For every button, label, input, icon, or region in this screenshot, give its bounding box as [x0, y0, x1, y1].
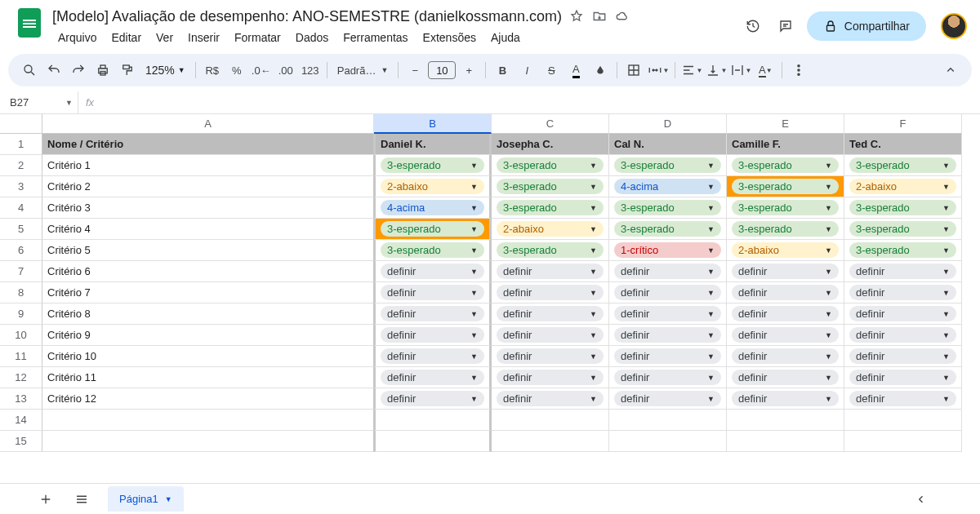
data-cell[interactable]: definir▼ — [609, 304, 727, 325]
row-header-14[interactable]: 14 — [0, 410, 42, 431]
data-cell[interactable]: definir▼ — [844, 346, 962, 367]
rating-chip[interactable]: 3-esperado▼ — [381, 242, 484, 258]
data-cell[interactable]: definir▼ — [727, 304, 844, 325]
data-cell[interactable]: 2-abaixo▼ — [844, 176, 962, 197]
data-cell[interactable]: 3-esperado▼ — [844, 155, 962, 176]
row-header-8[interactable]: 8 — [0, 282, 42, 304]
search-menus-icon[interactable] — [18, 59, 41, 82]
header-cell[interactable]: Cal N. — [609, 134, 727, 155]
rating-chip[interactable]: 3-esperado▼ — [849, 221, 956, 237]
data-cell[interactable]: definir▼ — [609, 346, 727, 367]
row-header-5[interactable]: 5 — [0, 219, 42, 240]
rating-chip[interactable]: definir▼ — [732, 327, 839, 343]
rating-chip[interactable]: 3-esperado▼ — [614, 157, 721, 173]
bold-button[interactable]: B — [491, 59, 514, 82]
document-title[interactable]: [Modelo] Avaliação de desempenho: ANO-SE… — [52, 8, 562, 25]
data-cell[interactable] — [727, 410, 844, 431]
redo-icon[interactable] — [67, 59, 90, 82]
data-cell[interactable]: 3-esperado▼ — [844, 197, 962, 219]
font-size-input[interactable]: 10 — [428, 61, 456, 79]
cloud-status-icon[interactable] — [614, 8, 630, 24]
rating-chip[interactable]: 3-esperado▼ — [497, 242, 604, 258]
data-cell[interactable]: definir▼ — [492, 325, 609, 346]
data-cell[interactable] — [373, 431, 492, 452]
data-cell[interactable]: definir▼ — [373, 388, 492, 410]
rating-chip[interactable]: definir▼ — [732, 391, 839, 406]
rating-chip[interactable]: 3-esperado▼ — [732, 221, 839, 237]
rating-chip[interactable]: definir▼ — [614, 264, 721, 279]
star-icon[interactable] — [568, 8, 585, 24]
criteria-label[interactable]: Critério 6 — [42, 261, 374, 282]
data-cell[interactable]: definir▼ — [727, 261, 844, 282]
data-cell[interactable]: definir▼ — [492, 367, 609, 388]
rating-chip[interactable]: definir▼ — [849, 264, 956, 279]
rating-chip[interactable]: 2-abaixo▼ — [497, 221, 604, 237]
rating-chip[interactable]: definir▼ — [381, 391, 484, 406]
data-cell[interactable]: 3-esperado▼ — [727, 176, 844, 197]
share-button[interactable]: Compartilhar — [807, 11, 926, 41]
rating-chip[interactable]: definir▼ — [497, 348, 604, 364]
data-cell[interactable]: 3-esperado▼ — [844, 240, 962, 261]
menu-ferramentas[interactable]: Ferramentas — [337, 28, 413, 47]
rating-chip[interactable]: definir▼ — [381, 327, 484, 343]
valign-button[interactable]: ▼ — [705, 59, 728, 82]
data-cell[interactable]: 3-esperado▼ — [373, 155, 492, 176]
rating-chip[interactable]: definir▼ — [849, 327, 956, 343]
rating-chip[interactable]: 3-esperado▼ — [732, 200, 839, 215]
data-cell[interactable]: definir▼ — [844, 388, 962, 410]
name-box[interactable]: B27▼ — [0, 91, 78, 113]
rating-chip[interactable]: 3-esperado▼ — [497, 200, 604, 215]
data-cell[interactable]: definir▼ — [492, 261, 609, 282]
row-header-7[interactable]: 7 — [0, 261, 42, 282]
criteria-label[interactable] — [42, 431, 374, 452]
header-cell[interactable]: Camille F. — [727, 134, 844, 155]
criteria-label[interactable]: Critério 9 — [42, 325, 374, 346]
toolbar-more-icon[interactable] — [787, 59, 810, 82]
data-cell[interactable]: 1-crítico▼ — [609, 240, 727, 261]
rating-chip[interactable]: definir▼ — [849, 348, 956, 364]
data-cell[interactable]: definir▼ — [844, 325, 962, 346]
col-header-E[interactable]: E — [727, 114, 844, 134]
account-avatar[interactable] — [941, 13, 967, 39]
move-icon[interactable] — [591, 8, 608, 24]
data-cell[interactable]: definir▼ — [727, 388, 844, 410]
zoom-select[interactable]: 125%▼ — [140, 64, 190, 77]
rating-chip[interactable]: 3-esperado▼ — [849, 242, 956, 258]
history-icon[interactable] — [742, 15, 764, 38]
criteria-label[interactable]: Critério 2 — [42, 176, 374, 197]
data-cell[interactable] — [492, 410, 609, 431]
rating-chip[interactable]: 4-acima▼ — [381, 200, 484, 215]
data-cell[interactable]: definir▼ — [373, 282, 492, 304]
rating-chip[interactable]: definir▼ — [849, 306, 956, 321]
rating-chip[interactable]: definir▼ — [849, 370, 956, 385]
menu-editar[interactable]: Editar — [105, 28, 147, 47]
row-header-2[interactable]: 2 — [0, 155, 42, 176]
criteria-label[interactable]: Critério 4 — [42, 219, 374, 240]
rating-chip[interactable]: definir▼ — [732, 306, 839, 321]
rating-chip[interactable]: definir▼ — [614, 306, 721, 321]
data-cell[interactable]: 3-esperado▼ — [844, 219, 962, 240]
data-cell[interactable]: definir▼ — [844, 367, 962, 388]
rating-chip[interactable]: definir▼ — [381, 264, 484, 279]
rating-chip[interactable]: 3-esperado▼ — [849, 200, 956, 215]
rating-chip[interactable]: definir▼ — [614, 370, 721, 385]
strikethrough-button[interactable]: S — [540, 59, 563, 82]
rating-chip[interactable]: definir▼ — [849, 391, 956, 406]
decrease-font-icon[interactable]: − — [403, 59, 426, 82]
data-cell[interactable]: definir▼ — [492, 304, 609, 325]
menu-ver[interactable]: Ver — [150, 28, 179, 47]
rating-chip[interactable]: definir▼ — [732, 370, 839, 385]
data-cell[interactable] — [844, 410, 962, 431]
rating-chip[interactable]: definir▼ — [497, 285, 604, 300]
rating-chip[interactable]: definir▼ — [614, 327, 721, 343]
merge-button[interactable]: ▼ — [647, 59, 670, 82]
data-cell[interactable]: 3-esperado▼ — [609, 197, 727, 219]
data-cell[interactable] — [373, 410, 492, 431]
decrease-decimal-icon[interactable]: .0← — [250, 59, 273, 82]
menu-extensões[interactable]: Extensões — [417, 28, 482, 47]
select-all-corner[interactable] — [0, 114, 42, 134]
row-header-13[interactable]: 13 — [0, 388, 42, 410]
rating-chip[interactable]: 3-esperado▼ — [614, 221, 721, 237]
rating-chip[interactable]: definir▼ — [849, 285, 956, 300]
data-cell[interactable]: 3-esperado▼ — [609, 155, 727, 176]
